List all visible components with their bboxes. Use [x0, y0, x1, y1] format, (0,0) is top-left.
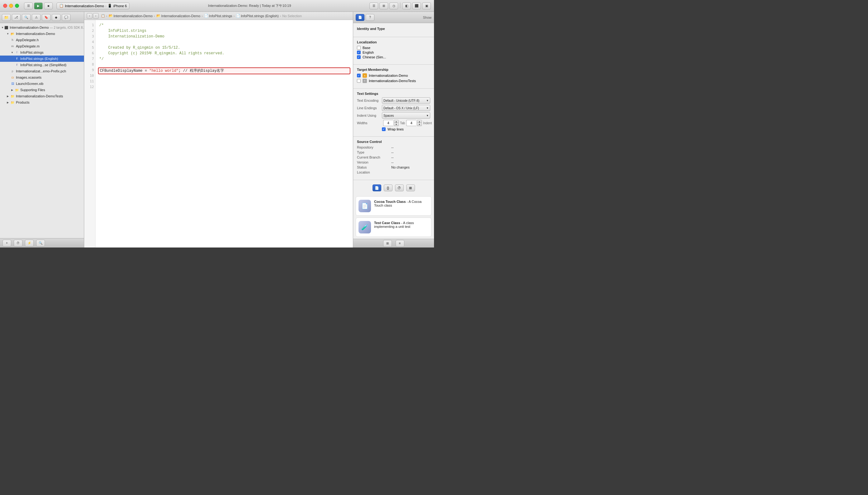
divider1: [353, 37, 434, 37]
timer-tab-btn[interactable]: ⏱: [395, 185, 404, 191]
target-demo-icon: A: [363, 73, 367, 78]
indent-using-label: Indent Using: [357, 114, 382, 117]
localization-chinese-row: ✓ Chinese (Sim...: [357, 55, 430, 59]
breadcrumb-item3[interactable]: InfoPlist.strings: [209, 14, 232, 18]
sidebar-item-appdelegate-h[interactable]: h AppDelegate.h: [0, 37, 84, 43]
grid-view-btn[interactable]: ⊞: [383, 240, 392, 247]
tab-increment[interactable]: ▲: [394, 120, 398, 123]
breadcrumb-folder-icon: 📂: [108, 14, 113, 18]
divider3: [353, 88, 434, 89]
target-demotests-checkbox[interactable]: [357, 79, 361, 83]
close-button[interactable]: [3, 4, 7, 8]
sidebar-item-project[interactable]: ▼ ⬛ Internationalization-Demo — 2 target…: [0, 24, 84, 31]
sidebar-item-images[interactable]: 🗂 Images.xcassets: [0, 74, 84, 81]
code-line-1: /*: [99, 22, 349, 28]
run-button[interactable]: ▶: [34, 2, 43, 10]
template-test-title: Test Case Class - A class implementing a…: [374, 221, 429, 228]
location-row: Location: [357, 170, 430, 174]
wrap-lines-label: Wrap lines: [387, 127, 404, 131]
sidebar-item-prefix-pch[interactable]: p Internationalizat...emo-Prefix.pch: [0, 68, 84, 74]
sidebar: 📁 ⎇ 🔍 ⚠ 🔖 ◆ 💬 ▼ ⬛ Internationalization-D…: [0, 12, 84, 248]
warning-icon[interactable]: ⚠: [32, 14, 40, 21]
target-demo-checkbox[interactable]: ✓: [357, 74, 361, 78]
navigator-toggle[interactable]: ◧: [402, 2, 411, 10]
indent-decrement[interactable]: ▼: [417, 123, 421, 126]
indent-increment[interactable]: ▲: [417, 120, 421, 123]
status-text: Internationalization-Demo: Ready: [208, 4, 259, 7]
editor-version-button[interactable]: ◷: [389, 2, 398, 10]
sidebar-toggle-button[interactable]: ☰: [24, 2, 33, 10]
forward-button[interactable]: ›: [93, 13, 99, 19]
code-line-3: Internationalization-Demo: [99, 34, 349, 39]
line-endings-dropdown[interactable]: Default - OS X / Unix (LF) ▼: [382, 105, 430, 111]
indent-using-dropdown[interactable]: Spaces ▼: [382, 112, 430, 119]
indent-field[interactable]: 4: [406, 120, 416, 126]
file-inspector-btn[interactable]: 📄: [356, 14, 364, 21]
target-demo-row: ✓ A Internationalization-Demo: [357, 73, 430, 78]
editor-area: ‹ › 📋 › 📂 Internationalization-Demo › 📂 …: [84, 12, 353, 248]
separator: [400, 2, 400, 8]
type-value: --: [391, 150, 394, 154]
list-view-btn[interactable]: ≡: [396, 240, 404, 247]
add-file-button[interactable]: +: [2, 240, 11, 246]
breakpoint-icon[interactable]: ◆: [52, 14, 60, 21]
wrap-lines-checkbox[interactable]: ✓: [382, 127, 386, 131]
editor-assistant-button[interactable]: ⊞: [379, 2, 388, 10]
utilities-toggle[interactable]: ▣: [422, 2, 431, 10]
breadcrumb-item4[interactable]: InfoPlist.strings (English): [241, 14, 279, 18]
back-button[interactable]: ‹: [87, 13, 92, 19]
filter-button[interactable]: ⏱: [14, 240, 22, 246]
sidebar-item-products[interactable]: ▶ 📁 Products: [0, 99, 84, 105]
widths-row: Widths 4 ▲ ▼ Tab 4: [357, 120, 430, 126]
status-time: Today at 下午10:19: [262, 4, 291, 7]
demotests-label: Internationalization-DemoTests: [16, 94, 63, 98]
sidebar-item-supporting-files[interactable]: ▶ 📁 Supporting Files: [0, 87, 84, 93]
breadcrumb-icon: 📋: [101, 14, 105, 17]
search-icon[interactable]: 🔍: [22, 14, 31, 21]
breadcrumb-item2[interactable]: Internationalization-Demo: [161, 14, 200, 18]
log-icon[interactable]: 💬: [62, 14, 70, 21]
traffic-lights: [3, 4, 19, 8]
folder-icon[interactable]: 📁: [2, 14, 11, 21]
code-tab-btn[interactable]: {}: [384, 185, 393, 191]
text-encoding-dropdown[interactable]: Default - Unicode (UTF-8) ▼: [382, 97, 430, 104]
focus-button[interactable]: 🔍: [36, 240, 45, 246]
divider5: [353, 180, 434, 180]
minimize-button[interactable]: [9, 4, 13, 8]
sidebar-item-group1[interactable]: ▼ 📂 Internationalization-Demo: [0, 31, 84, 37]
debug-area-toggle[interactable]: ⬛: [412, 2, 421, 10]
sidebar-item-launchscreen[interactable]: 🖼 LaunchScreen.xib: [0, 81, 84, 87]
sidebar-item-infoplist-zh[interactable]: f InfoPlist.string...se (Simplified): [0, 62, 84, 68]
code-area[interactable]: /* InfoPlist.strings Internationalizatio…: [96, 20, 353, 248]
grid-tab-btn[interactable]: ⊞: [406, 185, 415, 191]
text-encoding-row: Text Encoding Default - Unicode (UTF-8) …: [357, 97, 430, 104]
template-test-case[interactable]: 🧪 Test Case Class - A class implementing…: [356, 218, 432, 237]
localization-chinese-checkbox[interactable]: ✓: [357, 55, 361, 59]
file-tab-btn[interactable]: 📄: [372, 185, 381, 191]
sidebar-item-appdelegate-m[interactable]: m AppDelegate.m: [0, 43, 84, 49]
breadcrumb-folder2-icon: 📂: [156, 14, 161, 18]
sidebar-item-infoplist-en[interactable]: f InfoPlist.strings (English): [0, 55, 84, 62]
sidebar-item-demotests[interactable]: ▶ 📁 Internationalization-DemoTests: [0, 93, 84, 99]
template-cocoa-touch[interactable]: 📄 Cocoa Touch Class - A Cocoa Touch clas…: [356, 196, 432, 216]
breadcrumb-item1[interactable]: Internationalization-Demo: [114, 14, 153, 18]
project-subtitle: — 2 targets, iOS SDK 8.3: [50, 26, 84, 29]
editor-content[interactable]: 12345 678910 1112 /* InfoPlist.strings I…: [84, 20, 353, 248]
localization-base-checkbox[interactable]: [357, 46, 361, 50]
recent-button[interactable]: ⚡: [25, 240, 34, 246]
stop-button[interactable]: ■: [44, 2, 53, 10]
tab-decrement[interactable]: ▼: [394, 123, 398, 126]
bookmark-icon[interactable]: 🔖: [42, 14, 51, 21]
maximize-button[interactable]: [15, 4, 19, 8]
quick-help-btn[interactable]: ?: [366, 14, 375, 21]
text-encoding-value: Default - Unicode (UTF-8): [383, 99, 419, 102]
localization-english-checkbox[interactable]: ✓: [357, 51, 361, 54]
tab-width-field[interactable]: 4: [383, 120, 393, 126]
right-panel-content: Identity and Type Localization Base ✓ En…: [353, 23, 434, 239]
code-line-2: InfoPlist.strings: [99, 28, 349, 34]
right-panel: 📄 ? Show Identity and Type Localization …: [353, 12, 434, 248]
sidebar-item-infoplist[interactable]: ▼ f InfoPlist.strings: [0, 49, 84, 55]
editor-standard-button[interactable]: ☰: [369, 2, 378, 10]
source-control-icon[interactable]: ⎇: [12, 14, 21, 21]
scheme-selector[interactable]: 📋 Internationalization-Demo › 📱 iPhone 6: [56, 2, 129, 10]
